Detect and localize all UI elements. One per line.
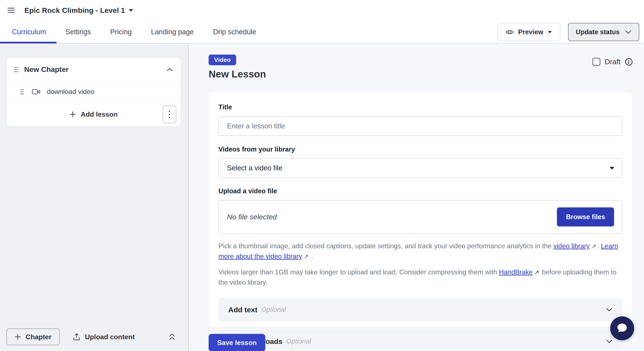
add-text-label: Add text bbox=[228, 306, 258, 314]
active-tab-underline bbox=[0, 42, 56, 44]
external-link-arrow-icon: ↗ bbox=[304, 252, 308, 262]
eye-icon bbox=[505, 29, 514, 35]
drag-handle-icon[interactable] bbox=[20, 89, 24, 95]
top-band: Epic Rock Climbing - Level 1 Curriculum … bbox=[0, 0, 644, 44]
add-downloads-accordion[interactable]: Add downloads Optional bbox=[218, 330, 622, 351]
curriculum-sidebar: New Chapter bbox=[0, 44, 188, 351]
sidebar-footer: Chapter Upload content bbox=[0, 323, 188, 351]
add-downloads-optional-label: Optional bbox=[286, 338, 311, 345]
title-field-group: Title bbox=[218, 103, 622, 136]
handbrake-link[interactable]: HandBrake bbox=[499, 268, 533, 276]
tab-landing-page[interactable]: Landing page bbox=[151, 28, 194, 36]
library-field-group: Videos from your library Select a video … bbox=[218, 146, 622, 178]
external-link-arrow-icon: ↗ bbox=[591, 242, 596, 251]
add-text-optional-label: Optional bbox=[261, 306, 286, 314]
tab-settings[interactable]: Settings bbox=[66, 28, 91, 36]
app-header: Epic Rock Climbing - Level 1 bbox=[0, 0, 644, 20]
video-library-link[interactable]: video library bbox=[553, 242, 590, 250]
lesson-type-badge: Video bbox=[208, 54, 236, 65]
upload-label: Upload a video file bbox=[218, 187, 622, 195]
lesson-editor-main: Video New Lesson Draft Title Videos from… bbox=[188, 44, 644, 351]
chapter-collapse-chevron-up-icon[interactable] bbox=[166, 68, 173, 72]
preview-button[interactable]: Preview bbox=[497, 23, 560, 41]
lesson-title-input[interactable] bbox=[218, 116, 622, 136]
tab-pricing[interactable]: Pricing bbox=[110, 28, 132, 36]
chevron-down-icon bbox=[606, 339, 612, 344]
course-title[interactable]: Epic Rock Climbing - Level 1 bbox=[24, 6, 125, 14]
browse-files-button[interactable]: Browse files bbox=[557, 208, 614, 226]
add-lesson-button[interactable]: Add lesson bbox=[70, 110, 118, 118]
tab-drip-schedule[interactable]: Drip schedule bbox=[213, 28, 256, 36]
course-builder-app: Epic Rock Climbing - Level 1 Curriculum … bbox=[0, 0, 644, 351]
header-actions: Preview Update status bbox=[497, 23, 639, 41]
draft-label: Draft bbox=[605, 58, 620, 66]
chapter-kebab-menu-button[interactable] bbox=[162, 105, 176, 123]
course-caret-down-icon[interactable] bbox=[128, 9, 134, 12]
video-library-selected-value: Select a video file bbox=[227, 164, 282, 172]
body-row: New Chapter bbox=[0, 44, 644, 351]
save-lesson-button[interactable]: Save lesson bbox=[208, 334, 265, 351]
title-label: Title bbox=[218, 103, 622, 111]
select-caret-down-icon bbox=[609, 166, 615, 170]
compression-help-text: Videos larger than 1GB may take longer t… bbox=[218, 267, 622, 287]
chat-widget-button[interactable] bbox=[610, 316, 634, 340]
video-library-select[interactable]: Select a video file bbox=[218, 158, 622, 178]
external-link-arrow-icon: ↗ bbox=[534, 268, 540, 278]
speech-bubble-icon bbox=[616, 322, 628, 334]
plus-icon bbox=[70, 111, 76, 118]
hamburger-menu-icon[interactable] bbox=[7, 6, 16, 14]
lesson-item-download-video[interactable]: download video bbox=[7, 81, 180, 102]
video-file-dropzone[interactable]: No file selected Browse files bbox=[218, 200, 622, 234]
add-chapter-button[interactable]: Chapter bbox=[6, 328, 60, 345]
draft-checkbox[interactable] bbox=[592, 58, 600, 66]
add-text-accordion[interactable]: Add text Optional bbox=[218, 298, 622, 322]
draft-toggle-group: Draft bbox=[592, 58, 633, 66]
upload-status-text: No file selected bbox=[227, 213, 277, 221]
collapse-all-chevrons-up-icon[interactable] bbox=[168, 332, 176, 341]
upload-content-label: Upload content bbox=[85, 333, 135, 341]
tab-bar: Curriculum Settings Pricing Landing page… bbox=[0, 20, 644, 44]
chapter-header-row[interactable]: New Chapter bbox=[7, 58, 180, 81]
lesson-title: download video bbox=[47, 88, 94, 96]
lesson-form-card: Title Videos from your library Select a … bbox=[208, 92, 632, 326]
chapter-card: New Chapter bbox=[6, 58, 181, 126]
add-lesson-label: Add lesson bbox=[81, 110, 118, 118]
upload-field-group: Upload a video file No file selected Bro… bbox=[218, 187, 622, 234]
chapter-title[interactable]: New Chapter bbox=[24, 65, 69, 74]
plus-icon bbox=[14, 334, 21, 340]
add-chapter-label: Chapter bbox=[26, 333, 52, 341]
info-icon[interactable] bbox=[625, 58, 633, 66]
chevron-down-icon bbox=[606, 308, 612, 312]
tab-curriculum[interactable]: Curriculum bbox=[12, 28, 46, 36]
video-library-help-text: Pick a thumbnail image, add closed capti… bbox=[218, 241, 622, 262]
library-label: Videos from your library bbox=[218, 146, 622, 153]
help-text-segment: Pick a thumbnail image, add closed capti… bbox=[218, 242, 553, 250]
update-status-button[interactable]: Update status bbox=[568, 23, 639, 41]
preview-caret-down-icon bbox=[548, 30, 552, 34]
drag-handle-icon[interactable] bbox=[14, 66, 18, 72]
preview-label: Preview bbox=[518, 28, 543, 36]
help-text-segment: Videos larger than 1GB may take longer t… bbox=[218, 268, 499, 276]
update-status-chevron-down-icon bbox=[625, 30, 632, 34]
help-text-segment: . bbox=[597, 242, 601, 250]
lesson-head: Video New Lesson bbox=[208, 54, 644, 80]
add-lesson-row: Add lesson bbox=[7, 102, 180, 126]
video-camera-icon bbox=[32, 89, 40, 95]
upload-content-button[interactable]: Upload content bbox=[73, 333, 135, 341]
update-status-label: Update status bbox=[576, 28, 620, 36]
help-text-segment: . bbox=[310, 252, 313, 260]
upload-icon bbox=[73, 333, 80, 341]
page-title: New Lesson bbox=[208, 68, 644, 80]
